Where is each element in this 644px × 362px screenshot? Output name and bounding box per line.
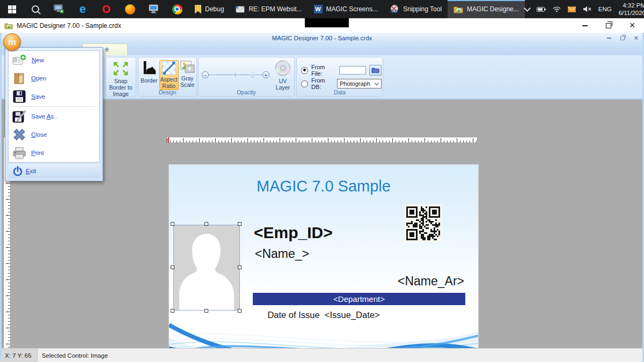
name-field[interactable]: <Name_> xyxy=(255,247,309,261)
department-field[interactable]: <Department> xyxy=(253,293,465,305)
menu-item-open[interactable]: Open xyxy=(9,69,99,87)
issue-date-field[interactable]: Date of Issue <Issue_Date> xyxy=(169,310,478,320)
selection-handle-se[interactable] xyxy=(238,309,241,313)
border-label: Border xyxy=(141,77,158,84)
taskbar-button-debug[interactable]: Debug xyxy=(189,0,230,18)
wave-graphic xyxy=(169,320,478,348)
opacity-minus-button[interactable]: − xyxy=(202,71,209,78)
horizontal-ruler xyxy=(166,137,478,143)
doc-minimize-button[interactable] xyxy=(607,38,611,39)
doc-restore-button[interactable] xyxy=(620,36,625,40)
from-db-radio[interactable] xyxy=(301,80,308,87)
selection-handle-ne[interactable] xyxy=(238,222,241,226)
menu-item-save-as[interactable]: Save As.. xyxy=(9,107,99,125)
taskbar-button-label: RE: EPM Websit... xyxy=(248,5,302,13)
card-title-text[interactable]: MAGIC 7.0 Sample xyxy=(169,178,478,195)
opacity-slider-tick xyxy=(235,73,236,77)
menu-item-label: Print xyxy=(31,150,44,156)
issue-date-label: Date of Issue xyxy=(267,310,319,320)
ribbon-group-opacity: − + UV Layer Opacity xyxy=(198,57,295,97)
menu-item-exit[interactable]: Exit xyxy=(8,164,100,178)
language-indicator[interactable]: ENG xyxy=(598,6,612,12)
taskbar-item-firefox[interactable] xyxy=(118,0,142,18)
gray-scale-button[interactable]: Gray Scale xyxy=(180,60,195,90)
wifi-icon[interactable] xyxy=(553,6,561,12)
uv-layer-cd-icon xyxy=(274,60,291,77)
menu-item-save[interactable]: Save xyxy=(9,87,99,106)
remote-desktop-icon xyxy=(54,4,64,14)
opacity-plus-button[interactable]: + xyxy=(262,71,269,78)
ruler-marker xyxy=(168,137,169,143)
application-menu-button[interactable]: m xyxy=(3,33,21,51)
opacity-slider-thumb[interactable] xyxy=(250,71,255,78)
tab-label: e xyxy=(105,46,109,53)
debug-folder-icon xyxy=(195,5,201,14)
doc-close-button[interactable]: × xyxy=(634,34,638,42)
taskbar-item-opera[interactable]: O xyxy=(94,0,118,18)
name-ar-field[interactable]: <Name_Ar> xyxy=(398,274,464,289)
menu-item-close[interactable]: Close xyxy=(9,125,99,144)
border-button[interactable]: Border xyxy=(141,60,158,90)
selection-handle-e[interactable] xyxy=(238,265,241,269)
card-design[interactable]: MAGIC 7.0 Sample <Emp_ID> <Name_> <Name_… xyxy=(169,165,478,348)
from-file-radio[interactable] xyxy=(301,67,308,74)
minimize-button[interactable] xyxy=(573,18,597,33)
battery-icon[interactable] xyxy=(537,6,546,12)
mail-icon[interactable] xyxy=(568,6,576,12)
browse-folder-icon xyxy=(371,67,379,73)
from-db-label: From DB: xyxy=(311,77,334,90)
taskbar-button-word[interactable]: W MAGIC Screens... xyxy=(308,0,384,18)
volume-muted-icon[interactable] xyxy=(583,6,591,12)
close-button[interactable]: × xyxy=(620,18,644,33)
clock[interactable]: 4:32 PM 6/11/2020 xyxy=(619,2,644,17)
taskbar-item-chrome[interactable] xyxy=(165,0,189,18)
qr-code-icon xyxy=(406,206,440,240)
snap-border-button[interactable]: Snap Border to Image xyxy=(106,61,136,97)
selection-handle-n[interactable] xyxy=(204,222,208,226)
emp-id-field[interactable]: <Emp_ID> xyxy=(254,224,333,242)
magic-designer-icon xyxy=(453,5,463,13)
firefox-icon xyxy=(125,4,135,14)
save-icon xyxy=(12,90,26,103)
photo-placeholder[interactable] xyxy=(173,225,240,311)
browse-button[interactable] xyxy=(369,65,382,76)
restore-button[interactable] xyxy=(597,18,620,33)
menu-item-print[interactable]: Print xyxy=(9,144,99,162)
search-button[interactable] xyxy=(24,0,47,18)
qr-code[interactable] xyxy=(404,204,442,242)
opacity-group-caption: Opacity xyxy=(199,89,294,95)
taskbar-button-email[interactable]: RE: EPM Websit... xyxy=(230,0,308,18)
taskbar-item-remote-desktop[interactable] xyxy=(47,0,71,18)
from-file-label: From File: xyxy=(311,64,336,77)
uv-layer-button[interactable]: UV Layer xyxy=(272,60,294,91)
taskbar-item-edge[interactable]: e xyxy=(71,0,94,18)
screen-artifact xyxy=(305,18,349,27)
aspect-ratio-button[interactable]: Aspect Ratio xyxy=(159,60,179,90)
start-button[interactable] xyxy=(0,0,24,18)
windows-logo-icon xyxy=(8,5,16,13)
db-field-select[interactable]: Photograph xyxy=(337,79,382,88)
menu-item-new[interactable]: New xyxy=(9,51,99,69)
ribbon-group-data: From File: From DB: Photograph Data xyxy=(296,57,383,97)
orb-letter: m xyxy=(8,37,16,48)
selection-handle-w[interactable] xyxy=(171,265,174,269)
menu-item-label: New xyxy=(32,57,44,63)
menu-item-label: Close xyxy=(31,131,47,138)
save-as-icon xyxy=(12,110,26,123)
taskbar-item-vm-viewer[interactable] xyxy=(142,0,165,18)
minimize-icon xyxy=(582,25,588,26)
tray-chevron-icon[interactable] xyxy=(524,5,531,12)
taskbar-button-magic-designer[interactable]: MAGIC Designe... xyxy=(448,0,525,18)
taskbar-button-snipping-tool[interactable]: Snipping Tool xyxy=(384,0,448,18)
aspect-ratio-icon xyxy=(162,61,176,75)
selection-handle-nw[interactable] xyxy=(171,222,174,226)
selection-handle-sw[interactable] xyxy=(171,309,174,313)
snap-border-label: Snap Border to Image xyxy=(106,78,135,97)
selection-handle-s[interactable] xyxy=(204,309,208,313)
from-file-input[interactable] xyxy=(339,66,366,75)
window-title: MAGIC Designer 7.00 - Sample.crdx xyxy=(17,22,121,29)
word-icon: W xyxy=(314,5,323,13)
opera-icon: O xyxy=(102,3,111,16)
close-file-icon xyxy=(12,128,26,141)
menu-item-label: Save xyxy=(31,93,45,100)
